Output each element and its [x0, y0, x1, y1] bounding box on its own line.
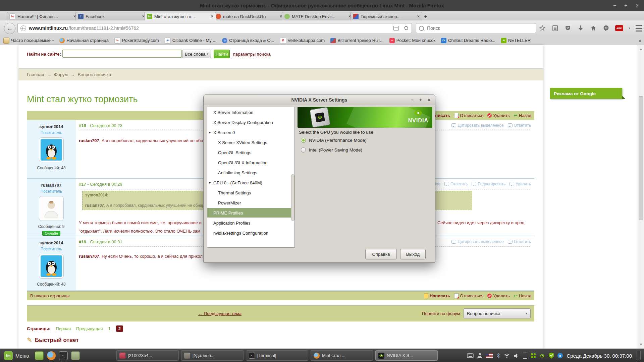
tab-mate-desktop[interactable]: MATE Desktop Envir... × [282, 12, 354, 20]
software-updates-icon[interactable] [531, 353, 536, 358]
previous-topic-link[interactable]: ← Предыдущая тема [198, 306, 241, 321]
breadcrumb-forum-link[interactable]: Форум [54, 72, 68, 77]
delete-link[interactable]: Удалить [487, 113, 510, 118]
tree-item-prime-profiles-selected[interactable]: PRIME Profiles [207, 208, 294, 218]
bluetooth-icon[interactable] [496, 353, 500, 358]
folder-launcher-icon[interactable] [71, 351, 80, 360]
firefox-launcher-icon[interactable] [47, 351, 56, 360]
files-launcher-icon[interactable] [35, 351, 44, 360]
site-search-input[interactable] [62, 50, 182, 58]
tree-item-opengl-settings[interactable]: OpenGL Settings [207, 147, 294, 158]
radio-intel-power-saving[interactable]: Intel (Power Saving Mode) [301, 147, 362, 153]
post-number[interactable]: #16 [79, 123, 86, 128]
bookmark-rutracker[interactable]: BitTorrent трекер RuT... [330, 38, 384, 43]
tree-item-powermizer[interactable]: PowerMizer [207, 198, 294, 208]
page-first-link[interactable]: Первая [56, 326, 71, 331]
adblock-dropdown-icon[interactable]: ▾ [629, 26, 630, 30]
bookmarks-menu-icon[interactable] [551, 24, 559, 32]
radio-nvidia-performance[interactable]: NVIDIA (Performance Mode) [301, 138, 367, 143]
expander-icon[interactable]: ▾ [209, 131, 211, 134]
minimize-icon[interactable]: − [613, 0, 616, 11]
maximize-icon[interactable]: + [624, 0, 627, 11]
delete-post-link[interactable]: Удалить [509, 182, 531, 186]
tab-close-icon[interactable]: × [417, 14, 420, 19]
pocket-icon[interactable] [564, 24, 572, 32]
post-number[interactable]: #17 [79, 182, 86, 187]
page-1-link[interactable]: 1 [108, 326, 111, 331]
chat-smiley-icon[interactable] [602, 24, 610, 32]
nvidia-tray-icon[interactable] [539, 353, 545, 359]
url-bar[interactable]: www.mintlinux.ru /forum/thread11181-2.ht… [17, 23, 412, 33]
tab-facebook[interactable]: f Facebook × [75, 12, 147, 20]
tab-nalogi[interactable]: % Налоги!!! | Финанс... × [7, 12, 78, 20]
bookmark-home-page[interactable]: Начальная страница [59, 38, 109, 43]
volume-icon[interactable] [514, 353, 519, 358]
mint-menu-button[interactable]: lm Меню [2, 351, 31, 361]
reply-link[interactable]: Ответить [508, 239, 531, 244]
quote-selected-link[interactable]: Цитировать выделенное [451, 239, 503, 244]
unsubscribe-link[interactable]: Отписаться [454, 293, 483, 298]
page-prev-link[interactable]: Предыдущая [76, 326, 103, 331]
taskbar-window-nvidia-active[interactable]: NVIDIA X S... [375, 350, 438, 361]
scroll-down-icon[interactable] [640, 344, 642, 347]
goto-forum-select[interactable]: Вопрос новичка ▾ [464, 308, 531, 318]
dialog-titlebar[interactable]: NVIDIA X Server Settings [204, 95, 435, 105]
tree-item-gpu-0[interactable]: ▾GPU 0 - (GeForce 840M) [207, 178, 294, 188]
tab-close-icon[interactable]: × [211, 14, 213, 19]
to-top-link[interactable]: В начало страницы [27, 293, 69, 298]
tab-prison[interactable]: Тюремный экспер... × [351, 12, 422, 20]
bookmark-citibank[interactable]: citi Citibank Online - My ... [165, 38, 217, 44]
media-applet-icon[interactable] [557, 353, 563, 358]
delete-link[interactable]: Удалить [487, 293, 510, 298]
site-search-button[interactable]: Найти [214, 50, 230, 58]
help-button[interactable]: Справка [365, 249, 397, 259]
reply-link[interactable]: Ответить [444, 182, 468, 186]
tree-item-opengl-glx-information[interactable]: OpenGL/GLX Information [207, 158, 294, 168]
bookmark-pocket[interactable]: v Pocket: Мой список [389, 38, 435, 43]
tree-item-x-server-information[interactable]: X Server Information [207, 107, 294, 117]
tab-duckduckgo[interactable]: mate на DuckDuckGo × [213, 12, 285, 20]
reader-mode-icon[interactable] [393, 26, 399, 31]
google-ad-ribbon[interactable]: Реклама от Google [550, 88, 622, 99]
breadcrumb-home-link[interactable]: Главная [27, 72, 44, 77]
tree-item-x-server-display-configuration[interactable]: X Server Display Configuration [207, 117, 294, 127]
bookmarks-overflow-icon[interactable]: » [639, 38, 641, 43]
dialog-minimize-icon[interactable]: − [411, 95, 413, 105]
bookmark-verkkokauppa[interactable]: V Verkkokauppa.com [280, 38, 325, 44]
search-bar[interactable] [416, 23, 536, 33]
write-link[interactable]: Написать [424, 293, 450, 298]
bookmark-pokerstrategy[interactable]: % PokerStrategy.com [114, 38, 159, 44]
dialog-maximize-icon[interactable]: + [419, 95, 422, 105]
scrollbar-thumb[interactable] [639, 96, 643, 220]
bookmark-chillout-radio[interactable]: DI Chillout Dreams Radio... [441, 38, 495, 43]
new-tab-button[interactable]: + [421, 13, 430, 20]
reload-icon[interactable] [404, 25, 409, 31]
tree-item-application-profiles[interactable]: Application Profiles [207, 218, 294, 228]
wifi-icon[interactable] [504, 353, 510, 358]
site-search-select[interactable]: Все слова ▾ [182, 50, 211, 58]
adblock-plus-icon[interactable]: ABP [615, 25, 623, 31]
unsubscribe-link[interactable]: Отписаться [454, 113, 483, 118]
page-scrollbar[interactable] [638, 45, 644, 349]
post-number[interactable]: #18 [79, 239, 86, 244]
edit-link[interactable]: Редактировать [472, 182, 505, 186]
downloads-icon[interactable] [577, 24, 584, 32]
tree-item-nvidia-settings-configuration[interactable]: nvidia-settings Configuration [207, 228, 294, 238]
us-keyboard-flag-icon[interactable] [486, 354, 493, 358]
device-icon[interactable] [523, 353, 527, 359]
reply-link[interactable]: Ответить [508, 123, 531, 128]
tree-item-antialiasing-settings[interactable]: Antialiasing Settings [207, 168, 294, 178]
show-desktop-button[interactable] [637, 351, 641, 360]
tree-item-thermal-settings[interactable]: Thermal Settings [207, 188, 294, 198]
author-name[interactable]: ruslan707 [27, 183, 76, 188]
avatar[interactable] [39, 254, 64, 279]
author-name[interactable]: symon2014 [27, 124, 76, 129]
tab-mint-forum-active[interactable]: lm Mint стал жутко то... × [144, 12, 216, 20]
close-icon[interactable]: × [636, 0, 639, 11]
taskbar-window-transmission[interactable]: [21002354... [116, 350, 179, 361]
taskbar-clock[interactable]: Среда Декабрь 30, 00:37:00 [567, 353, 632, 359]
bookmark-neteller[interactable]: N NETELLER [501, 38, 531, 43]
menu-hamburger-icon[interactable] [636, 25, 642, 32]
bookmark-frequent[interactable]: Часто посещаемые ▾ [3, 38, 54, 44]
taskbar-window-remote[interactable]: [Удаленн... [181, 350, 244, 361]
